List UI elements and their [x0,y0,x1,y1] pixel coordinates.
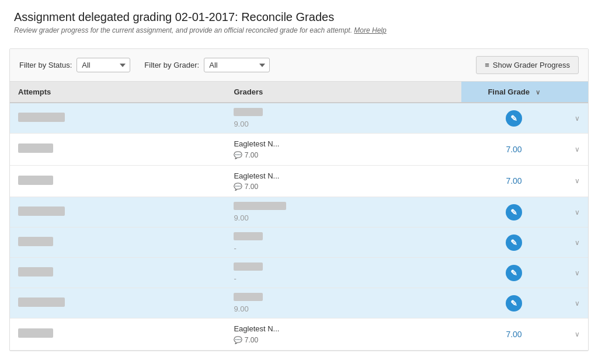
attempt-cell [10,258,225,288]
grader-cell: 9.00 [225,288,461,318]
grader-bar [234,232,263,240]
attempt-cell [10,103,225,134]
edit-grade-icon[interactable]: ✎ [506,110,522,127]
edit-grade-icon[interactable]: ✎ [506,295,522,312]
grader-cell: 9.00 [225,103,461,134]
chevron-down-icon[interactable]: ∨ [575,145,580,153]
grader-name: Eagletest N... [234,139,279,148]
final-grade-value: 7.00 [506,330,521,339]
grader-cell: - [225,258,461,288]
expand-cell[interactable]: ∨ [566,288,588,318]
attempt-cell [10,197,225,228]
attempt-cell [10,165,225,197]
show-grader-progress-button[interactable]: ≡ Show Grader Progress [476,56,579,74]
final-grade-cell[interactable]: 7.00 [461,165,566,197]
filter-status-group: Filter by Status: All Graded Ungraded [19,58,130,72]
grader-name: Eagletest N... [234,172,279,180]
edit-grade-icon[interactable]: ✎ [506,204,522,220]
final-grade-cell[interactable]: ✎ [461,258,566,288]
expand-cell[interactable]: ∨ [566,318,588,351]
rows-icon: ≡ [485,61,489,69]
table-row: Eagletest N... 💬 7.00 7.00∨ [10,134,588,166]
chevron-down-icon[interactable]: ∨ [575,269,580,277]
table-header: Attempts Graders Final Grade ∨ [10,82,588,103]
edit-grade-icon[interactable]: ✎ [506,235,522,251]
table-row: -✎∨ [10,228,588,258]
page-subtitle: Review grader progress for the current a… [14,26,584,34]
expand-cell[interactable]: ∨ [566,103,588,134]
grades-table: Attempts Graders Final Grade ∨ 9 [10,82,588,351]
final-grade-cell[interactable]: 7.00 [461,318,566,351]
expand-cell[interactable]: ∨ [566,134,588,166]
chevron-down-icon[interactable]: ∨ [575,114,580,123]
attempt-cell [10,318,225,351]
sort-icon[interactable]: ∨ [536,89,540,96]
chevron-down-icon[interactable]: ∨ [575,330,580,338]
grader-cell: 9.00 [225,197,461,228]
grader-bar [234,262,263,271]
attempt-cell [10,134,225,166]
chevron-down-icon[interactable]: ∨ [575,239,580,247]
attempt-bar [18,206,65,216]
toolbar: Filter by Status: All Graded Ungraded Fi… [10,49,588,82]
table-row: -✎∨ [10,258,588,288]
filter-grader-label: Filter by Grader: [144,61,199,69]
grader-cell: Eagletest N... 💬 7.00 [225,134,461,166]
table-row: 9.00✎∨ [10,197,588,228]
show-grader-btn-label: Show Grader Progress [493,61,570,69]
final-grade-cell[interactable]: ✎ [461,288,566,318]
grader-score: - [234,274,236,283]
final-grade-cell[interactable]: ✎ [461,197,566,228]
grader-comment: 💬 7.00 [234,335,453,345]
grader-comment: 💬 7.00 [234,150,453,160]
col-expand [566,82,588,103]
final-grade-cell[interactable]: 7.00 [461,134,566,166]
col-graders: Graders [225,82,461,103]
grader-info: Eagletest N... 💬 7.00 [234,323,453,345]
final-grade-cell[interactable]: ✎ [461,103,566,134]
final-grade-cell[interactable]: ✎ [461,228,566,258]
expand-cell[interactable]: ∨ [566,197,588,228]
header-section: Assignment delegated grading 02-01-2017:… [0,0,598,43]
grader-score: 9.00 [234,304,248,313]
expand-cell[interactable]: ∨ [566,165,588,197]
attempt-cell [10,288,225,318]
edit-grade-icon[interactable]: ✎ [506,265,522,281]
grader-score: - [234,244,236,253]
attempt-bar [18,328,53,338]
attempt-bar [18,298,65,307]
grader-score: 9.00 [234,214,248,222]
filter-grader-select[interactable]: All Eagletest N... [204,58,270,72]
page-container: Assignment delegated grading 02-01-2017:… [0,0,598,364]
attempt-bar [18,176,53,185]
table-container: Attempts Graders Final Grade ∨ 9 [10,82,588,351]
attempt-bar [18,144,53,153]
table-row: Eagletest N... 💬 7.00 7.00∨ [10,318,588,351]
grader-cell: Eagletest N... 💬 7.00 [225,165,461,197]
grader-comment: 💬 7.00 [234,181,453,192]
attempt-cell [10,228,225,258]
page-title: Assignment delegated grading 02-01-2017:… [14,10,584,24]
col-final-grade: Final Grade ∨ [461,82,566,103]
grader-score: 9.00 [234,120,248,128]
expand-cell[interactable]: ∨ [566,228,588,258]
grader-bar [234,202,286,210]
grader-name: Eagletest N... [234,324,279,333]
table-body: 9.00✎∨ Eagletest N... 💬 7.00 7.00∨ Eagle… [10,103,588,350]
final-grade-value: 7.00 [506,176,521,186]
final-grade-value: 7.00 [506,145,521,154]
filter-status-select[interactable]: All Graded Ungraded [77,58,130,72]
table-row: Eagletest N... 💬 7.00 7.00∨ [10,165,588,197]
table-row: 9.00✎∨ [10,288,588,318]
grader-bar [234,293,263,301]
filter-status-label: Filter by Status: [19,61,72,69]
chevron-down-icon[interactable]: ∨ [575,208,580,216]
more-help-link[interactable]: More Help [354,26,386,34]
main-content: Filter by Status: All Graded Ungraded Fi… [9,48,589,351]
grader-cell: - [225,228,461,258]
chevron-down-icon[interactable]: ∨ [575,299,580,307]
chevron-down-icon[interactable]: ∨ [575,177,580,185]
filter-grader-group: Filter by Grader: All Eagletest N... [144,58,270,72]
grader-info: Eagletest N... 💬 7.00 [234,170,453,192]
expand-cell[interactable]: ∨ [566,258,588,288]
